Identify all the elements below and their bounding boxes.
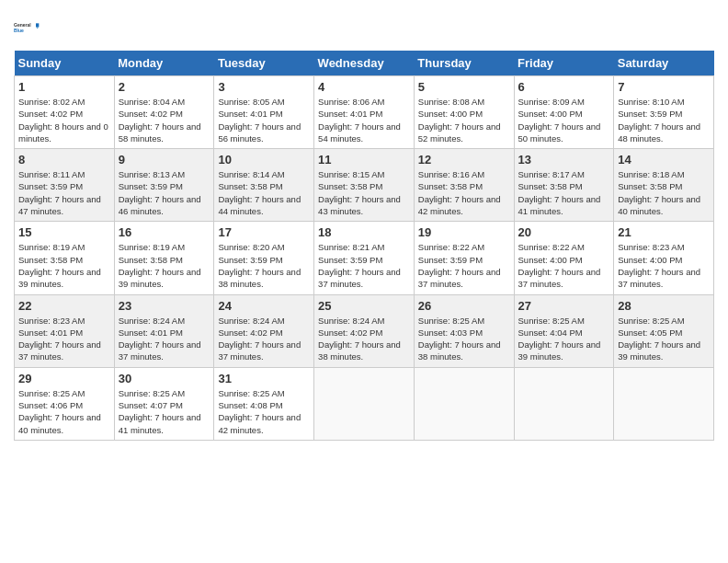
calendar-day-cell: 12 Sunrise: 8:16 AM Sunset: 3:58 PM Dayl… [414,149,514,222]
day-number: 8 [18,153,110,167]
calendar-week-row: 29 Sunrise: 8:25 AM Sunset: 4:06 PM Dayl… [15,367,714,440]
day-detail: Sunrise: 8:24 AM Sunset: 4:01 PM Dayligh… [119,315,210,363]
calendar-week-row: 15 Sunrise: 8:19 AM Sunset: 3:58 PM Dayl… [15,222,714,294]
day-number: 31 [218,372,310,385]
day-of-week-header: Thursday [414,51,514,76]
calendar-day-cell: 26 Sunrise: 8:25 AM Sunset: 4:03 PM Dayl… [414,294,514,367]
calendar-day-cell: 4 Sunrise: 8:06 AM Sunset: 4:01 PM Dayli… [314,76,415,149]
calendar-table: SundayMondayTuesdayWednesdayThursdayFrid… [14,51,714,441]
day-detail: Sunrise: 8:09 AM Sunset: 4:00 PM Dayligh… [518,96,610,144]
calendar-day-cell [614,367,714,440]
day-number: 6 [518,80,610,94]
day-detail: Sunrise: 8:20 AM Sunset: 3:59 PM Dayligh… [218,241,310,290]
day-detail: Sunrise: 8:23 AM Sunset: 4:00 PM Dayligh… [618,241,710,290]
day-number: 14 [618,153,710,167]
calendar-day-cell: 17 Sunrise: 8:20 AM Sunset: 3:59 PM Dayl… [214,222,314,294]
day-detail: Sunrise: 8:15 AM Sunset: 3:58 PM Dayligh… [318,168,410,217]
day-number: 5 [418,80,510,94]
day-number: 28 [618,299,710,313]
calendar-day-cell: 7 Sunrise: 8:10 AM Sunset: 3:59 PM Dayli… [614,76,714,149]
calendar-day-cell: 6 Sunrise: 8:09 AM Sunset: 4:00 PM Dayli… [514,76,614,149]
calendar-day-cell [414,367,514,440]
calendar-day-cell: 11 Sunrise: 8:15 AM Sunset: 3:58 PM Dayl… [314,149,415,222]
day-detail: Sunrise: 8:25 AM Sunset: 4:08 PM Dayligh… [218,387,310,436]
logo: GeneralBlue [14,14,41,41]
calendar-day-cell: 18 Sunrise: 8:21 AM Sunset: 3:59 PM Dayl… [314,222,415,294]
calendar-day-cell [314,367,415,440]
day-detail: Sunrise: 8:25 AM Sunset: 4:04 PM Dayligh… [518,315,610,363]
day-number: 18 [318,225,410,239]
day-number: 25 [318,299,410,313]
day-of-week-header: Sunday [15,51,115,76]
day-number: 2 [119,80,210,94]
calendar-day-cell: 5 Sunrise: 8:08 AM Sunset: 4:00 PM Dayli… [414,76,514,149]
calendar-day-cell: 3 Sunrise: 8:05 AM Sunset: 4:01 PM Dayli… [214,76,314,149]
day-detail: Sunrise: 8:22 AM Sunset: 4:00 PM Dayligh… [518,241,610,290]
day-detail: Sunrise: 8:02 AM Sunset: 4:02 PM Dayligh… [18,96,110,144]
day-detail: Sunrise: 8:23 AM Sunset: 4:01 PM Dayligh… [18,315,110,363]
day-detail: Sunrise: 8:25 AM Sunset: 4:07 PM Dayligh… [119,387,210,436]
svg-marker-2 [36,23,39,27]
day-number: 16 [119,225,210,239]
day-number: 20 [518,225,610,239]
calendar-day-cell: 20 Sunrise: 8:22 AM Sunset: 4:00 PM Dayl… [514,222,614,294]
day-of-week-header: Wednesday [314,51,415,76]
calendar-day-cell: 23 Sunrise: 8:24 AM Sunset: 4:01 PM Dayl… [114,294,214,367]
day-detail: Sunrise: 8:19 AM Sunset: 3:58 PM Dayligh… [119,241,210,290]
calendar-day-cell: 16 Sunrise: 8:19 AM Sunset: 3:58 PM Dayl… [114,222,214,294]
day-detail: Sunrise: 8:21 AM Sunset: 3:59 PM Dayligh… [318,241,410,290]
day-number: 27 [518,299,610,313]
day-number: 10 [218,153,310,167]
day-of-week-header: Tuesday [214,51,314,76]
day-number: 17 [218,225,310,239]
page-header: GeneralBlue [14,14,714,41]
day-detail: Sunrise: 8:25 AM Sunset: 4:06 PM Dayligh… [18,387,110,436]
calendar-day-cell: 21 Sunrise: 8:23 AM Sunset: 4:00 PM Dayl… [614,222,714,294]
calendar-week-row: 8 Sunrise: 8:11 AM Sunset: 3:59 PM Dayli… [15,149,714,222]
day-of-week-header: Monday [114,51,214,76]
day-detail: Sunrise: 8:19 AM Sunset: 3:58 PM Dayligh… [18,241,110,290]
day-number: 13 [518,153,610,167]
day-detail: Sunrise: 8:22 AM Sunset: 3:59 PM Dayligh… [418,241,510,290]
day-detail: Sunrise: 8:13 AM Sunset: 3:59 PM Dayligh… [119,168,210,217]
calendar-day-cell: 25 Sunrise: 8:24 AM Sunset: 4:02 PM Dayl… [314,294,415,367]
calendar-day-cell: 19 Sunrise: 8:22 AM Sunset: 3:59 PM Dayl… [414,222,514,294]
day-detail: Sunrise: 8:04 AM Sunset: 4:02 PM Dayligh… [119,96,210,144]
calendar-day-cell: 24 Sunrise: 8:24 AM Sunset: 4:02 PM Dayl… [214,294,314,367]
day-detail: Sunrise: 8:08 AM Sunset: 4:00 PM Dayligh… [418,96,510,144]
day-number: 26 [418,299,510,313]
day-number: 15 [18,225,110,239]
calendar-header-row: SundayMondayTuesdayWednesdayThursdayFrid… [15,51,714,76]
day-number: 11 [318,153,410,167]
calendar-day-cell [514,367,614,440]
day-number: 19 [418,225,510,239]
day-number: 22 [18,299,110,313]
day-detail: Sunrise: 8:05 AM Sunset: 4:01 PM Dayligh… [218,96,310,144]
day-number: 29 [18,372,110,385]
day-number: 24 [218,299,310,313]
day-detail: Sunrise: 8:17 AM Sunset: 3:58 PM Dayligh… [518,168,610,217]
calendar-day-cell: 1 Sunrise: 8:02 AM Sunset: 4:02 PM Dayli… [15,76,115,149]
calendar-day-cell: 30 Sunrise: 8:25 AM Sunset: 4:07 PM Dayl… [114,367,214,440]
day-number: 7 [618,80,710,94]
day-number: 12 [418,153,510,167]
day-of-week-header: Friday [514,51,614,76]
calendar-day-cell: 2 Sunrise: 8:04 AM Sunset: 4:02 PM Dayli… [114,76,214,149]
logo-icon: GeneralBlue [14,14,41,41]
calendar-day-cell: 31 Sunrise: 8:25 AM Sunset: 4:08 PM Dayl… [214,367,314,440]
calendar-day-cell: 27 Sunrise: 8:25 AM Sunset: 4:04 PM Dayl… [514,294,614,367]
day-number: 9 [119,153,210,167]
day-number: 4 [318,80,410,94]
day-detail: Sunrise: 8:06 AM Sunset: 4:01 PM Dayligh… [318,96,410,144]
day-detail: Sunrise: 8:10 AM Sunset: 3:59 PM Dayligh… [618,96,710,144]
calendar-day-cell: 8 Sunrise: 8:11 AM Sunset: 3:59 PM Dayli… [15,149,115,222]
calendar-day-cell: 28 Sunrise: 8:25 AM Sunset: 4:05 PM Dayl… [614,294,714,367]
svg-text:Blue: Blue [14,28,24,33]
day-number: 30 [119,372,210,385]
day-detail: Sunrise: 8:25 AM Sunset: 4:03 PM Dayligh… [418,315,510,363]
day-detail: Sunrise: 8:14 AM Sunset: 3:58 PM Dayligh… [218,168,310,217]
calendar-day-cell: 9 Sunrise: 8:13 AM Sunset: 3:59 PM Dayli… [114,149,214,222]
calendar-day-cell: 15 Sunrise: 8:19 AM Sunset: 3:58 PM Dayl… [15,222,115,294]
day-number: 21 [618,225,710,239]
calendar-day-cell: 10 Sunrise: 8:14 AM Sunset: 3:58 PM Dayl… [214,149,314,222]
